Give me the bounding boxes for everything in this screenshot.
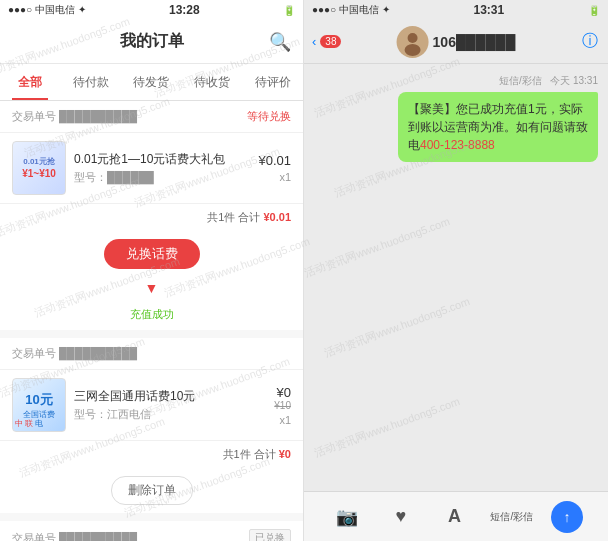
back-badge: 38 [320, 35, 341, 48]
contact-phone: 106██████ [433, 34, 516, 50]
message-phone-link[interactable]: 400-123-8888 [420, 138, 495, 152]
carrier-right: ●●●○ 中国电信 ✦ [312, 3, 390, 17]
order-card-3: 交易单号 ██████████ 已兑换 7元抢 ¥10~¥100 三网通用10元… [0, 521, 303, 541]
order-footer-1: 共1件 合计 ¥0.01 [0, 203, 303, 231]
back-button[interactable]: ‹ 38 [312, 34, 341, 49]
order-id-3: 交易单号 ██████████ [12, 531, 137, 542]
tab-all[interactable]: 全部 [0, 64, 61, 100]
order-total-1: ¥0.01 [263, 211, 291, 223]
order-status-1: 等待兑换 [247, 109, 291, 124]
sms-button[interactable]: 短信/彩信 [490, 510, 533, 524]
status-bar-right: ●●●○ 中国电信 ✦ 13:31 🔋 [304, 0, 608, 20]
order-product-1: 0.01元抢 ¥1~¥10 0.01元抢1—10元话费大礼包 型号：██████… [0, 133, 303, 203]
product-img-top-2: 10元 [23, 391, 55, 409]
arrow-down-icon [145, 279, 159, 297]
product-right-1: ¥0.01 x1 [258, 153, 291, 183]
delete-button-2[interactable]: 删除订单 [111, 476, 193, 505]
status-bar-left: ●●●○ 中国电信 ✦ 13:28 🔋 [0, 0, 303, 20]
battery-right: 🔋 [588, 5, 600, 16]
sms-label: 短信/彩信 [490, 510, 533, 524]
order-card-1: 交易单号 ██████████ 等待兑换 0.01元抢 ¥1~¥10 0.01元… [0, 101, 303, 330]
product-image-1: 0.01元抢 ¥1~¥10 [12, 141, 66, 195]
left-panel: ●●●○ 中国电信 ✦ 13:28 🔋 我的订单 🔍 全部 待付款 待发货 待收… [0, 0, 304, 541]
order-footer-2: 共1件 合计 ¥0 [0, 440, 303, 468]
status-icons-left: 🔋 [283, 5, 295, 16]
order-actions-1: 兑换话费 充值成功 [0, 231, 303, 330]
send-button[interactable]: ↑ [551, 501, 583, 533]
chat-contact-name: 106██████ [397, 26, 516, 58]
tab-bar: 全部 待付款 待发货 待收货 待评价 [0, 64, 303, 101]
product-price-1: ¥0.01 [258, 153, 291, 168]
product-model-2: 型号：江西电信 [74, 407, 266, 422]
tab-pending-payment[interactable]: 待付款 [61, 64, 122, 100]
product-price-2: ¥0 [274, 385, 291, 400]
product-image-2: 10元 全国话费 中 联 电 [12, 378, 66, 432]
exchange-button-1[interactable]: 兑换话费 [104, 239, 200, 269]
order-total-label-2: 共1件 合计 [223, 448, 276, 460]
order-status-3: 已兑换 [249, 529, 291, 541]
order-card-2: 交易单号 ██████████ 10元 全国话费 中 联 电 三网全国通 [0, 338, 303, 513]
time-left: 13:28 [169, 3, 200, 17]
order-id-1: 交易单号 ██████████ [12, 109, 137, 124]
back-chevron-icon: ‹ [312, 34, 316, 49]
heart-icon: ♥ [395, 506, 406, 527]
order-actions-2: 删除订单 [0, 468, 303, 513]
appstore-button[interactable]: A [437, 499, 473, 535]
tab-pending-shipment[interactable]: 待发货 [121, 64, 182, 100]
svg-point-0 [408, 33, 418, 43]
message-group-1: 短信/彩信 今天 13:31 【聚美】您已成功充值1元，实际到账以运营商为准。如… [314, 74, 598, 162]
carrier-left: ●●●○ 中国电信 ✦ [8, 3, 86, 17]
product-model-1: 型号：██████ [74, 170, 250, 185]
product-name-1: 0.01元抢1—10元话费大礼包 [74, 151, 250, 168]
favorites-button[interactable]: ♥ [383, 499, 419, 535]
orders-list: 交易单号 ██████████ 等待兑换 0.01元抢 ¥1~¥10 0.01元… [0, 101, 303, 541]
send-icon: ↑ [564, 509, 571, 525]
message-row: 【聚美】您已成功充值1元，实际到账以运营商为准。如有问题请致电400-123-8… [398, 92, 598, 162]
message-sender: 短信/彩信 [499, 75, 542, 86]
avatar-icon [399, 28, 427, 56]
nav-bar-left: 我的订单 🔍 [0, 20, 303, 64]
exchange-success-label: 充值成功 [130, 307, 174, 322]
contact-avatar [397, 26, 429, 58]
right-panel: ●●●○ 中国电信 ✦ 13:31 🔋 ‹ 38 106██████ ⓘ 短信/… [304, 0, 608, 541]
product-qty-2: x1 [274, 414, 291, 426]
search-icon[interactable]: 🔍 [269, 31, 291, 53]
product-img-top-1: 0.01元抢 [22, 157, 56, 167]
svg-point-1 [405, 44, 421, 56]
tab-pending-review[interactable]: 待评价 [242, 64, 303, 100]
time-right: 13:31 [474, 3, 505, 17]
product-info-2: 三网全国通用话费10元 型号：江西电信 [66, 388, 274, 423]
chat-toolbar: 📷 ♥ A 短信/彩信 ↑ [304, 491, 608, 541]
product-right-2: ¥0 ¥10 x1 [274, 385, 291, 426]
chat-nav: ‹ 38 106██████ ⓘ [304, 20, 608, 64]
product-info-1: 0.01元抢1—10元话费大礼包 型号：██████ [66, 151, 258, 186]
order-product-2: 10元 全国话费 中 联 电 三网全国通用话费10元 型号：江西电信 ¥0 ¥1… [0, 370, 303, 440]
order-header-2: 交易单号 ██████████ [0, 338, 303, 370]
message-time: 今天 13:31 [550, 75, 598, 86]
chat-messages: 短信/彩信 今天 13:31 【聚美】您已成功充值1元，实际到账以运营商为准。如… [304, 64, 608, 491]
order-header-1: 交易单号 ██████████ 等待兑换 [0, 101, 303, 133]
order-header-3: 交易单号 ██████████ 已兑换 [0, 521, 303, 541]
order-id-2: 交易单号 ██████████ [12, 346, 137, 361]
product-qty-1: x1 [258, 171, 291, 183]
message-meta: 短信/彩信 今天 13:31 [499, 74, 598, 88]
order-total-label-1: 共1件 合计 [207, 211, 260, 223]
tab-pending-receipt[interactable]: 待收货 [182, 64, 243, 100]
order-total-2: ¥0 [279, 448, 291, 460]
product-price-note-2: ¥10 [274, 400, 291, 411]
info-button[interactable]: ⓘ [582, 31, 598, 52]
product-name-2: 三网全国通用话费10元 [74, 388, 266, 405]
camera-icon: 📷 [336, 506, 358, 528]
page-title: 我的订单 [120, 31, 184, 52]
product-img-bottom-1: ¥1~¥10 [22, 168, 56, 179]
message-bubble: 【聚美】您已成功充值1元，实际到账以运营商为准。如有问题请致电400-123-8… [398, 92, 598, 162]
app-icon: A [448, 506, 461, 527]
camera-button[interactable]: 📷 [329, 499, 365, 535]
